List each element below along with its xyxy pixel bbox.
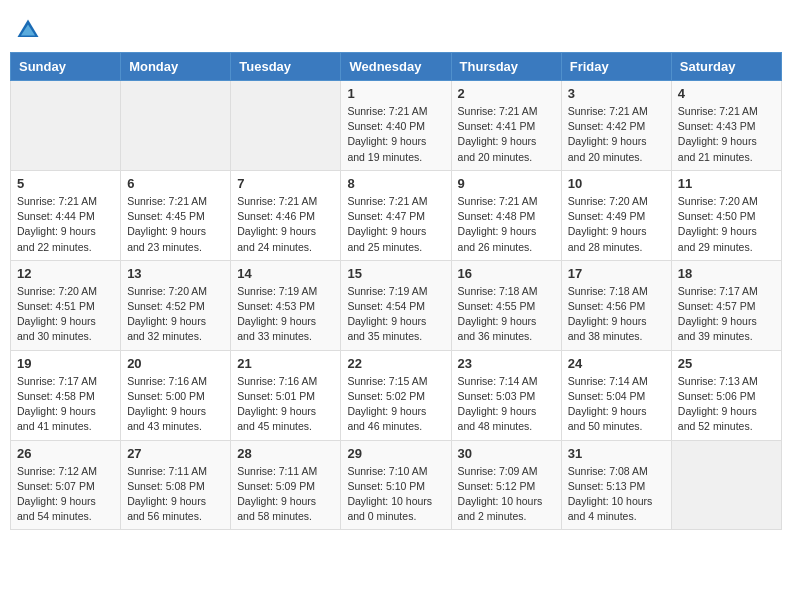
day-number: 18 <box>678 266 775 281</box>
day-number: 15 <box>347 266 444 281</box>
day-number: 20 <box>127 356 224 371</box>
calendar-cell <box>231 81 341 171</box>
day-info: Sunrise: 7:18 AMSunset: 4:56 PMDaylight:… <box>568 284 665 345</box>
calendar-cell: 6Sunrise: 7:21 AMSunset: 4:45 PMDaylight… <box>121 170 231 260</box>
day-number: 11 <box>678 176 775 191</box>
day-info: Sunrise: 7:20 AMSunset: 4:50 PMDaylight:… <box>678 194 775 255</box>
day-info: Sunrise: 7:20 AMSunset: 4:51 PMDaylight:… <box>17 284 114 345</box>
day-number: 5 <box>17 176 114 191</box>
day-info: Sunrise: 7:21 AMSunset: 4:44 PMDaylight:… <box>17 194 114 255</box>
day-number: 27 <box>127 446 224 461</box>
day-number: 16 <box>458 266 555 281</box>
calendar-cell: 14Sunrise: 7:19 AMSunset: 4:53 PMDayligh… <box>231 260 341 350</box>
day-number: 2 <box>458 86 555 101</box>
calendar-cell: 29Sunrise: 7:10 AMSunset: 5:10 PMDayligh… <box>341 440 451 530</box>
calendar-cell: 4Sunrise: 7:21 AMSunset: 4:43 PMDaylight… <box>671 81 781 171</box>
calendar-cell: 31Sunrise: 7:08 AMSunset: 5:13 PMDayligh… <box>561 440 671 530</box>
day-number: 13 <box>127 266 224 281</box>
week-row-3: 12Sunrise: 7:20 AMSunset: 4:51 PMDayligh… <box>11 260 782 350</box>
day-info: Sunrise: 7:09 AMSunset: 5:12 PMDaylight:… <box>458 464 555 525</box>
day-number: 6 <box>127 176 224 191</box>
calendar-cell: 25Sunrise: 7:13 AMSunset: 5:06 PMDayligh… <box>671 350 781 440</box>
day-number: 4 <box>678 86 775 101</box>
weekday-header-tuesday: Tuesday <box>231 53 341 81</box>
day-info: Sunrise: 7:21 AMSunset: 4:41 PMDaylight:… <box>458 104 555 165</box>
day-info: Sunrise: 7:14 AMSunset: 5:04 PMDaylight:… <box>568 374 665 435</box>
weekday-header-thursday: Thursday <box>451 53 561 81</box>
calendar-cell: 3Sunrise: 7:21 AMSunset: 4:42 PMDaylight… <box>561 81 671 171</box>
day-number: 29 <box>347 446 444 461</box>
day-info: Sunrise: 7:12 AMSunset: 5:07 PMDaylight:… <box>17 464 114 525</box>
day-info: Sunrise: 7:13 AMSunset: 5:06 PMDaylight:… <box>678 374 775 435</box>
calendar-cell: 28Sunrise: 7:11 AMSunset: 5:09 PMDayligh… <box>231 440 341 530</box>
calendar-cell: 2Sunrise: 7:21 AMSunset: 4:41 PMDaylight… <box>451 81 561 171</box>
day-number: 17 <box>568 266 665 281</box>
calendar-cell: 24Sunrise: 7:14 AMSunset: 5:04 PMDayligh… <box>561 350 671 440</box>
day-info: Sunrise: 7:19 AMSunset: 4:53 PMDaylight:… <box>237 284 334 345</box>
day-info: Sunrise: 7:11 AMSunset: 5:08 PMDaylight:… <box>127 464 224 525</box>
calendar-cell <box>121 81 231 171</box>
day-info: Sunrise: 7:15 AMSunset: 5:02 PMDaylight:… <box>347 374 444 435</box>
day-info: Sunrise: 7:21 AMSunset: 4:45 PMDaylight:… <box>127 194 224 255</box>
calendar-cell: 22Sunrise: 7:15 AMSunset: 5:02 PMDayligh… <box>341 350 451 440</box>
calendar-cell: 27Sunrise: 7:11 AMSunset: 5:08 PMDayligh… <box>121 440 231 530</box>
weekday-header-row: SundayMondayTuesdayWednesdayThursdayFrid… <box>11 53 782 81</box>
week-row-1: 1Sunrise: 7:21 AMSunset: 4:40 PMDaylight… <box>11 81 782 171</box>
calendar-cell: 26Sunrise: 7:12 AMSunset: 5:07 PMDayligh… <box>11 440 121 530</box>
calendar-cell: 12Sunrise: 7:20 AMSunset: 4:51 PMDayligh… <box>11 260 121 350</box>
week-row-2: 5Sunrise: 7:21 AMSunset: 4:44 PMDaylight… <box>11 170 782 260</box>
day-info: Sunrise: 7:20 AMSunset: 4:52 PMDaylight:… <box>127 284 224 345</box>
day-info: Sunrise: 7:20 AMSunset: 4:49 PMDaylight:… <box>568 194 665 255</box>
calendar-cell: 13Sunrise: 7:20 AMSunset: 4:52 PMDayligh… <box>121 260 231 350</box>
day-info: Sunrise: 7:21 AMSunset: 4:40 PMDaylight:… <box>347 104 444 165</box>
day-number: 10 <box>568 176 665 191</box>
calendar-cell: 9Sunrise: 7:21 AMSunset: 4:48 PMDaylight… <box>451 170 561 260</box>
day-info: Sunrise: 7:18 AMSunset: 4:55 PMDaylight:… <box>458 284 555 345</box>
calendar-cell: 1Sunrise: 7:21 AMSunset: 4:40 PMDaylight… <box>341 81 451 171</box>
day-number: 3 <box>568 86 665 101</box>
calendar-cell: 15Sunrise: 7:19 AMSunset: 4:54 PMDayligh… <box>341 260 451 350</box>
day-number: 25 <box>678 356 775 371</box>
day-number: 19 <box>17 356 114 371</box>
day-number: 26 <box>17 446 114 461</box>
calendar-cell: 21Sunrise: 7:16 AMSunset: 5:01 PMDayligh… <box>231 350 341 440</box>
weekday-header-wednesday: Wednesday <box>341 53 451 81</box>
day-number: 30 <box>458 446 555 461</box>
day-info: Sunrise: 7:11 AMSunset: 5:09 PMDaylight:… <box>237 464 334 525</box>
day-number: 1 <box>347 86 444 101</box>
day-info: Sunrise: 7:21 AMSunset: 4:43 PMDaylight:… <box>678 104 775 165</box>
day-info: Sunrise: 7:21 AMSunset: 4:47 PMDaylight:… <box>347 194 444 255</box>
day-number: 31 <box>568 446 665 461</box>
calendar-cell: 7Sunrise: 7:21 AMSunset: 4:46 PMDaylight… <box>231 170 341 260</box>
calendar-cell: 19Sunrise: 7:17 AMSunset: 4:58 PMDayligh… <box>11 350 121 440</box>
day-number: 23 <box>458 356 555 371</box>
day-info: Sunrise: 7:16 AMSunset: 5:01 PMDaylight:… <box>237 374 334 435</box>
day-number: 22 <box>347 356 444 371</box>
weekday-header-saturday: Saturday <box>671 53 781 81</box>
logo-icon <box>14 16 42 44</box>
week-row-4: 19Sunrise: 7:17 AMSunset: 4:58 PMDayligh… <box>11 350 782 440</box>
day-info: Sunrise: 7:16 AMSunset: 5:00 PMDaylight:… <box>127 374 224 435</box>
day-info: Sunrise: 7:19 AMSunset: 4:54 PMDaylight:… <box>347 284 444 345</box>
calendar-cell: 20Sunrise: 7:16 AMSunset: 5:00 PMDayligh… <box>121 350 231 440</box>
day-info: Sunrise: 7:10 AMSunset: 5:10 PMDaylight:… <box>347 464 444 525</box>
calendar-table: SundayMondayTuesdayWednesdayThursdayFrid… <box>10 52 782 530</box>
calendar-cell <box>11 81 121 171</box>
day-info: Sunrise: 7:17 AMSunset: 4:58 PMDaylight:… <box>17 374 114 435</box>
day-number: 8 <box>347 176 444 191</box>
weekday-header-friday: Friday <box>561 53 671 81</box>
day-number: 12 <box>17 266 114 281</box>
calendar-cell: 8Sunrise: 7:21 AMSunset: 4:47 PMDaylight… <box>341 170 451 260</box>
day-number: 7 <box>237 176 334 191</box>
day-number: 9 <box>458 176 555 191</box>
calendar-cell: 5Sunrise: 7:21 AMSunset: 4:44 PMDaylight… <box>11 170 121 260</box>
calendar-cell: 17Sunrise: 7:18 AMSunset: 4:56 PMDayligh… <box>561 260 671 350</box>
day-number: 21 <box>237 356 334 371</box>
calendar-cell: 30Sunrise: 7:09 AMSunset: 5:12 PMDayligh… <box>451 440 561 530</box>
day-number: 14 <box>237 266 334 281</box>
day-info: Sunrise: 7:21 AMSunset: 4:46 PMDaylight:… <box>237 194 334 255</box>
day-number: 24 <box>568 356 665 371</box>
day-info: Sunrise: 7:21 AMSunset: 4:42 PMDaylight:… <box>568 104 665 165</box>
calendar-cell: 11Sunrise: 7:20 AMSunset: 4:50 PMDayligh… <box>671 170 781 260</box>
calendar-cell <box>671 440 781 530</box>
